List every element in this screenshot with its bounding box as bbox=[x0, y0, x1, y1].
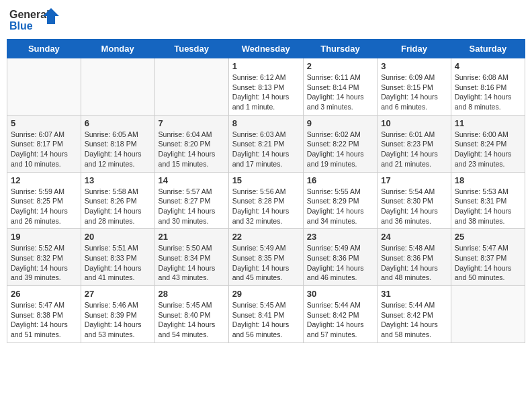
day-info: Sunrise: 5:49 AMSunset: 8:35 PMDaylight:… bbox=[232, 243, 300, 283]
calendar-cell: 26Sunrise: 5:47 AMSunset: 8:38 PMDayligh… bbox=[7, 286, 81, 343]
day-number: 3 bbox=[381, 61, 447, 71]
day-info: Sunrise: 5:58 AMSunset: 8:26 PMDaylight:… bbox=[85, 187, 151, 226]
header-tuesday: Tuesday bbox=[154, 40, 228, 58]
day-info: Sunrise: 5:51 AMSunset: 8:33 PMDaylight:… bbox=[85, 243, 151, 283]
calendar-cell: 9Sunrise: 6:02 AMSunset: 8:22 PMDaylight… bbox=[303, 115, 377, 172]
calendar-week-2: 5Sunrise: 6:07 AMSunset: 8:17 PMDaylight… bbox=[7, 115, 525, 172]
calendar-week-1: 1Sunrise: 6:12 AMSunset: 8:13 PMDaylight… bbox=[7, 58, 525, 116]
day-info: Sunrise: 5:56 AMSunset: 8:28 PMDaylight:… bbox=[232, 187, 300, 226]
calendar-cell: 1Sunrise: 6:12 AMSunset: 8:13 PMDaylight… bbox=[228, 58, 303, 116]
calendar-cell: 15Sunrise: 5:56 AMSunset: 8:28 PMDayligh… bbox=[228, 172, 303, 229]
day-info: Sunrise: 5:47 AMSunset: 8:38 PMDaylight:… bbox=[11, 300, 77, 340]
calendar-cell: 27Sunrise: 5:46 AMSunset: 8:39 PMDayligh… bbox=[81, 286, 154, 343]
calendar-cell bbox=[451, 286, 525, 343]
day-number: 16 bbox=[307, 175, 373, 185]
day-info: Sunrise: 5:45 AMSunset: 8:40 PMDaylight:… bbox=[159, 300, 225, 340]
day-number: 27 bbox=[85, 289, 151, 299]
calendar-cell: 13Sunrise: 5:58 AMSunset: 8:26 PMDayligh… bbox=[81, 172, 154, 229]
day-number: 11 bbox=[455, 118, 521, 128]
calendar-week-4: 19Sunrise: 5:52 AMSunset: 8:32 PMDayligh… bbox=[7, 229, 525, 286]
svg-text:Blue: Blue bbox=[9, 20, 33, 32]
day-number: 1 bbox=[232, 61, 300, 71]
day-info: Sunrise: 5:47 AMSunset: 8:37 PMDaylight:… bbox=[455, 243, 521, 283]
calendar-cell: 3Sunrise: 6:09 AMSunset: 8:15 PMDaylight… bbox=[378, 58, 451, 116]
calendar-cell: 20Sunrise: 5:51 AMSunset: 8:33 PMDayligh… bbox=[81, 229, 154, 286]
logo: GeneralBlue bbox=[9, 7, 63, 34]
calendar-cell: 22Sunrise: 5:49 AMSunset: 8:35 PMDayligh… bbox=[228, 229, 303, 286]
day-info: Sunrise: 5:44 AMSunset: 8:42 PMDaylight:… bbox=[307, 300, 373, 340]
calendar-cell: 18Sunrise: 5:53 AMSunset: 8:31 PMDayligh… bbox=[451, 172, 525, 229]
calendar-cell: 17Sunrise: 5:54 AMSunset: 8:30 PMDayligh… bbox=[378, 172, 451, 229]
calendar-cell: 12Sunrise: 5:59 AMSunset: 8:25 PMDayligh… bbox=[7, 172, 81, 229]
calendar-cell: 30Sunrise: 5:44 AMSunset: 8:42 PMDayligh… bbox=[303, 286, 377, 343]
day-info: Sunrise: 5:50 AMSunset: 8:34 PMDaylight:… bbox=[159, 243, 225, 283]
day-number: 31 bbox=[381, 289, 447, 299]
calendar-cell: 10Sunrise: 6:01 AMSunset: 8:23 PMDayligh… bbox=[378, 115, 451, 172]
calendar-cell bbox=[154, 58, 228, 116]
day-info: Sunrise: 5:53 AMSunset: 8:31 PMDaylight:… bbox=[455, 187, 521, 226]
day-info: Sunrise: 6:09 AMSunset: 8:15 PMDaylight:… bbox=[381, 73, 447, 112]
day-number: 21 bbox=[159, 232, 225, 242]
calendar-cell: 4Sunrise: 6:08 AMSunset: 8:16 PMDaylight… bbox=[451, 58, 525, 116]
day-number: 7 bbox=[159, 118, 225, 128]
calendar-cell: 2Sunrise: 6:11 AMSunset: 8:14 PMDaylight… bbox=[303, 58, 377, 116]
day-number: 25 bbox=[455, 232, 521, 242]
day-info: Sunrise: 6:12 AMSunset: 8:13 PMDaylight:… bbox=[232, 73, 300, 112]
day-info: Sunrise: 6:01 AMSunset: 8:23 PMDaylight:… bbox=[381, 130, 447, 169]
calendar: SundayMondayTuesdayWednesdayThursdayFrid… bbox=[7, 39, 525, 343]
day-number: 28 bbox=[159, 289, 225, 299]
day-number: 20 bbox=[85, 232, 151, 242]
day-info: Sunrise: 5:49 AMSunset: 8:36 PMDaylight:… bbox=[307, 243, 373, 283]
day-number: 9 bbox=[307, 118, 373, 128]
day-info: Sunrise: 5:54 AMSunset: 8:30 PMDaylight:… bbox=[381, 187, 447, 226]
day-number: 30 bbox=[307, 289, 373, 299]
calendar-header-row: SundayMondayTuesdayWednesdayThursdayFrid… bbox=[7, 40, 525, 58]
day-number: 14 bbox=[159, 175, 225, 185]
calendar-cell: 7Sunrise: 6:04 AMSunset: 8:20 PMDaylight… bbox=[154, 115, 228, 172]
day-number: 12 bbox=[11, 175, 77, 185]
calendar-cell: 29Sunrise: 5:45 AMSunset: 8:41 PMDayligh… bbox=[228, 286, 303, 343]
day-number: 19 bbox=[11, 232, 77, 242]
calendar-cell bbox=[7, 58, 81, 116]
day-number: 24 bbox=[381, 232, 447, 242]
day-info: Sunrise: 6:04 AMSunset: 8:20 PMDaylight:… bbox=[159, 130, 225, 169]
day-number: 26 bbox=[11, 289, 77, 299]
day-info: Sunrise: 6:08 AMSunset: 8:16 PMDaylight:… bbox=[455, 73, 521, 112]
calendar-cell: 5Sunrise: 6:07 AMSunset: 8:17 PMDaylight… bbox=[7, 115, 81, 172]
header-sunday: Sunday bbox=[7, 40, 81, 58]
day-info: Sunrise: 5:57 AMSunset: 8:27 PMDaylight:… bbox=[159, 187, 225, 226]
header-monday: Monday bbox=[81, 40, 154, 58]
day-info: Sunrise: 6:02 AMSunset: 8:22 PMDaylight:… bbox=[307, 130, 373, 169]
calendar-cell: 21Sunrise: 5:50 AMSunset: 8:34 PMDayligh… bbox=[154, 229, 228, 286]
calendar-cell: 6Sunrise: 6:05 AMSunset: 8:18 PMDaylight… bbox=[81, 115, 154, 172]
day-info: Sunrise: 6:11 AMSunset: 8:14 PMDaylight:… bbox=[307, 73, 373, 112]
svg-text:General: General bbox=[9, 9, 50, 20]
calendar-cell: 11Sunrise: 6:00 AMSunset: 8:24 PMDayligh… bbox=[451, 115, 525, 172]
header-wednesday: Wednesday bbox=[228, 40, 303, 58]
calendar-cell: 28Sunrise: 5:45 AMSunset: 8:40 PMDayligh… bbox=[154, 286, 228, 343]
day-info: Sunrise: 6:07 AMSunset: 8:17 PMDaylight:… bbox=[11, 130, 77, 169]
header: GeneralBlue bbox=[7, 7, 525, 34]
logo-icon: GeneralBlue bbox=[9, 7, 63, 34]
calendar-cell: 16Sunrise: 5:55 AMSunset: 8:29 PMDayligh… bbox=[303, 172, 377, 229]
day-number: 22 bbox=[232, 232, 300, 242]
day-info: Sunrise: 5:48 AMSunset: 8:36 PMDaylight:… bbox=[381, 243, 447, 283]
day-info: Sunrise: 5:44 AMSunset: 8:42 PMDaylight:… bbox=[381, 300, 447, 340]
day-info: Sunrise: 5:52 AMSunset: 8:32 PMDaylight:… bbox=[11, 243, 77, 283]
day-number: 8 bbox=[232, 118, 300, 128]
day-number: 5 bbox=[11, 118, 77, 128]
calendar-cell: 14Sunrise: 5:57 AMSunset: 8:27 PMDayligh… bbox=[154, 172, 228, 229]
day-info: Sunrise: 5:46 AMSunset: 8:39 PMDaylight:… bbox=[85, 300, 151, 340]
day-number: 23 bbox=[307, 232, 373, 242]
header-friday: Friday bbox=[378, 40, 451, 58]
calendar-cell: 19Sunrise: 5:52 AMSunset: 8:32 PMDayligh… bbox=[7, 229, 81, 286]
day-number: 10 bbox=[381, 118, 447, 128]
day-number: 2 bbox=[307, 61, 373, 71]
day-number: 6 bbox=[85, 118, 151, 128]
day-info: Sunrise: 6:05 AMSunset: 8:18 PMDaylight:… bbox=[85, 130, 151, 169]
header-saturday: Saturday bbox=[451, 40, 525, 58]
day-number: 15 bbox=[232, 175, 300, 185]
day-info: Sunrise: 5:55 AMSunset: 8:29 PMDaylight:… bbox=[307, 187, 373, 226]
day-info: Sunrise: 5:59 AMSunset: 8:25 PMDaylight:… bbox=[11, 187, 77, 226]
calendar-cell: 25Sunrise: 5:47 AMSunset: 8:37 PMDayligh… bbox=[451, 229, 525, 286]
